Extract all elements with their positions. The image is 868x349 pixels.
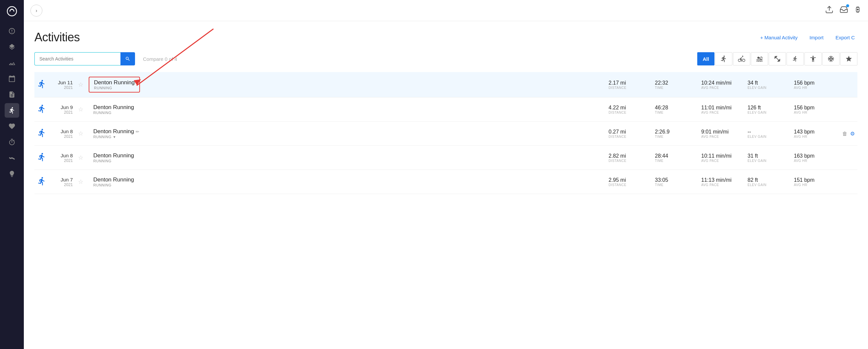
delete-icon[interactable]: 🗑 [842,131,847,137]
activity-star[interactable]: ☆ [75,146,86,170]
filter-starred[interactable] [840,52,858,65]
activity-elev-gain: -- ELEV GAIN [745,121,791,146]
table-row[interactable]: Jun 9 2021 ☆ Denton Running RUNNING 4.22… [34,98,858,121]
activity-avg-hr: 143 bpm AVG HR [791,121,838,146]
activity-avg-hr: 156 bpm AVG HR [791,98,838,121]
activity-name: Denton Running [94,79,135,86]
activity-name-wrapper: Denton Running RUNNING [89,174,138,189]
sidebar-item-dashboard[interactable] [5,24,19,38]
expand-button[interactable]: › [30,5,42,16]
activity-date: Jun 9 2021 [49,98,75,121]
topbar-right [825,5,861,16]
activity-icon-cell [34,121,49,146]
activity-elev-gain: 31 ft ELEV GAIN [745,146,791,170]
settings-icon[interactable]: ⚙ [850,107,855,112]
activity-type: RUNNING [93,159,134,163]
search-container [34,52,135,65]
delete-icon[interactable]: 🗑 [842,82,847,88]
activity-name-wrapper: Denton Running RUNNING [89,77,140,93]
sidebar-logo[interactable] [5,4,19,19]
activity-elev-gain: 82 ft ELEV GAIN [745,170,791,194]
activity-time: 46:28 TIME [652,98,699,121]
settings-icon[interactable]: ⚙ [850,82,855,88]
activity-star[interactable]: ☆ [75,170,86,194]
manual-activity-button[interactable]: + Manual Activity [757,33,800,42]
running-icon [37,176,46,186]
activity-elev-gain: 126 ft ELEV GAIN [745,98,791,121]
upload-icon[interactable] [825,5,834,16]
sidebar-item-tips[interactable] [5,167,19,181]
filter-strength[interactable] [769,52,786,65]
running-icon [37,152,46,162]
activity-name-cell[interactable]: Denton Running RUNNING [86,146,606,170]
table-row[interactable]: Jun 8 2021 ☆ Denton Running RUNNING 2.82… [34,146,858,170]
activity-star[interactable]: ☆ [75,121,86,146]
settings-icon[interactable]: ⚙ [850,155,855,161]
table-row[interactable]: Jun 8 2021 ☆ Denton Running ✏ RUNNING ▼ … [34,121,858,146]
activity-star[interactable]: ☆ [75,98,86,121]
activity-avg-hr: 156 bpm AVG HR [791,72,838,98]
activity-date: Jun 11 2021 [49,72,75,98]
activity-name-cell[interactable]: Denton Running ✏ RUNNING ▼ [86,121,606,146]
settings-icon[interactable]: ⚙ [850,179,855,185]
sidebar-item-analytics[interactable] [5,56,19,70]
inbox-icon[interactable] [840,5,848,16]
activity-date: Jun 8 2021 [49,121,75,146]
running-icon [37,79,46,89]
filter-bike[interactable] [733,52,750,65]
activity-name-cell[interactable]: Denton Running RUNNING [86,98,606,121]
search-icon [125,56,130,62]
activity-name-cell[interactable]: Denton Running RUNNING [86,170,606,194]
activity-time: 33:05 TIME [652,170,699,194]
activity-avg-pace: 10:11 min/mi AVG PACE [699,146,745,170]
sidebar-item-layers[interactable] [5,40,19,54]
activity-distance: 2.95 mi DISTANCE [606,170,652,194]
activities-section: Jun 11 2021 ☆ Denton Running RUNNING 2.1… [34,72,858,194]
sidebar-item-reports[interactable] [5,87,19,102]
activity-time: 22:32 TIME [652,72,699,98]
activity-name-wrapper: Denton Running RUNNING [89,102,138,117]
activity-time: 28:44 TIME [652,146,699,170]
filter-other[interactable] [822,52,840,65]
activity-name-wrapper: Denton Running RUNNING [89,150,138,165]
sidebar-item-timer[interactable] [5,135,19,149]
watch-icon[interactable] [854,6,861,15]
edit-icon[interactable]: ✏ [136,129,139,134]
activity-icon-cell [34,170,49,194]
activity-date: Jun 7 2021 [49,170,75,194]
filter-swim[interactable] [751,52,768,65]
settings-icon[interactable]: ⚙ [850,131,855,137]
page-header: Activities + Manual Activity Import Expo… [34,30,858,44]
content-area: Activities + Manual Activity Import Expo… [24,21,868,349]
activity-name: Denton Running [93,152,134,159]
activity-star[interactable]: ☆ [75,72,86,98]
export-button[interactable]: Export C [833,33,858,42]
svg-point-4 [857,9,859,10]
delete-icon[interactable]: 🗑 [842,155,847,161]
import-button[interactable]: Import [807,33,826,42]
sidebar-item-health[interactable] [5,119,19,134]
sidebar-item-shoes[interactable] [5,151,19,165]
filter-run[interactable] [715,52,732,65]
activity-elev-gain: 34 ft ELEV GAIN [745,72,791,98]
filter-row: Compare 0 of 4 All [34,52,858,65]
activity-icon-cell [34,98,49,121]
delete-icon[interactable]: 🗑 [842,179,847,185]
search-button[interactable] [120,52,135,65]
table-row[interactable]: Jun 11 2021 ☆ Denton Running RUNNING 2.1… [34,72,858,98]
activity-name-cell[interactable]: Denton Running RUNNING [86,72,606,98]
delete-icon[interactable]: 🗑 [842,107,847,112]
activity-avg-hr: 151 bpm AVG HR [791,170,838,194]
filter-all[interactable]: All [697,52,714,65]
search-input[interactable] [34,52,120,65]
filter-yoga[interactable] [804,52,822,65]
activity-distance: 4.22 mi DISTANCE [606,98,652,121]
filter-walk[interactable] [786,52,804,65]
activity-date: Jun 8 2021 [49,146,75,170]
sidebar-item-activities[interactable] [5,103,19,118]
activity-name: Denton Running ✏ [93,128,139,135]
sidebar-item-calendar[interactable] [5,71,19,86]
dropdown-arrow-icon[interactable]: ▼ [113,135,116,139]
activity-icon-cell [34,146,49,170]
table-row[interactable]: Jun 7 2021 ☆ Denton Running RUNNING 2.95… [34,170,858,194]
